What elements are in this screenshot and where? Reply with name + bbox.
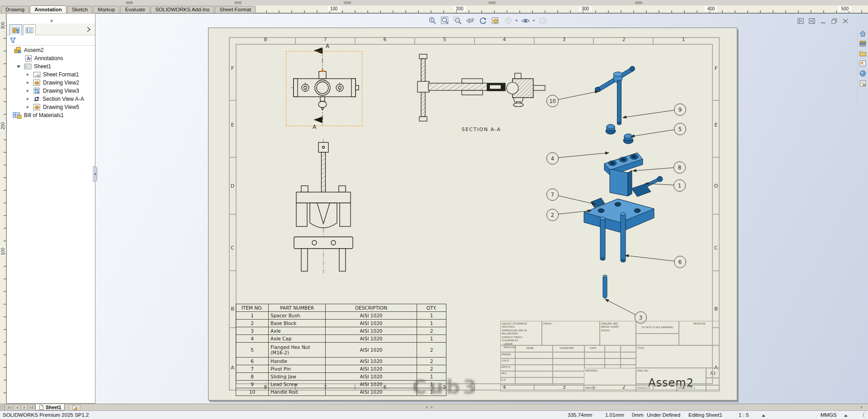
appearances-sphere-icon[interactable] <box>859 70 867 77</box>
panel-tab-bar <box>7 24 95 35</box>
tree-item-annotations[interactable]: A Annotations <box>7 54 95 62</box>
expander-collapsed-icon[interactable] <box>27 106 29 108</box>
bom-cell: 5 <box>236 343 269 358</box>
minimize-icon[interactable] <box>820 18 826 24</box>
restore-icon[interactable] <box>831 18 838 24</box>
first-sheet-button[interactable] <box>6 405 13 410</box>
balloon[interactable]: 7 <box>546 188 559 201</box>
bom-cell: Base Block <box>269 320 326 327</box>
bom-cell: Spacer Bush <box>269 312 326 320</box>
solidworks-resources-icon[interactable] <box>859 30 867 38</box>
tree-filter-row[interactable] <box>7 36 95 46</box>
tree-item-bill-of-materials[interactable]: Bill of Materials1 <box>7 111 95 119</box>
scroll-right-icon[interactable] <box>431 406 433 409</box>
balloon[interactable]: 2 <box>546 209 559 221</box>
tree-item-drawing-view3[interactable]: Drawing View3 <box>7 87 95 95</box>
hide-show-items-caret-icon[interactable] <box>532 20 535 22</box>
ruler-label: 200 <box>0 121 5 131</box>
expander-collapsed-icon[interactable] <box>27 98 29 100</box>
bom-row[interactable]: 7Pivot PinAISI 10202 <box>236 365 446 373</box>
tab-sheet-format[interactable]: Sheet Format <box>215 6 256 13</box>
previous-sheet-button[interactable] <box>14 405 20 410</box>
bom-row[interactable]: 6HandleAISI 10202 <box>236 358 446 365</box>
scroll-left-icon[interactable] <box>426 406 427 409</box>
3d-drawing-view-icon[interactable] <box>491 16 501 26</box>
pane-splitter-grip[interactable] <box>0 405 5 410</box>
tree-item-assembly[interactable]: Assem2 <box>7 46 95 54</box>
annotations-icon: A <box>25 55 32 62</box>
balloon[interactable]: 10 <box>546 95 559 107</box>
sheet-scale-button[interactable]: 1 : 5 <box>739 412 749 418</box>
tab-solidworks-add-ins[interactable]: SOLIDWORKS Add-Ins <box>151 6 214 13</box>
drawing-sheet[interactable]: 8 7 6 5 4 3 2 1 8 7 6 5 4 3 2 1 F E D C … <box>208 28 737 400</box>
bom-row[interactable]: 1Spacer BushAISI 10201 <box>236 312 446 320</box>
design-library-icon[interactable] <box>859 40 867 47</box>
title-block[interactable]: UNLESS OTHERWISE SPECIFIED: DIMENSIONS A… <box>500 321 720 392</box>
titleblock-name-label: NAME <box>526 347 534 349</box>
tab-evaluate[interactable]: Evaluate <box>120 6 150 13</box>
tree-item-sheet1[interactable]: Sheet1 <box>7 62 95 71</box>
units-button[interactable]: MMGS <box>821 412 837 418</box>
zoom-in-out-icon[interactable] <box>427 16 437 26</box>
last-sheet-button[interactable] <box>28 405 35 410</box>
expander-expanded-icon[interactable] <box>17 66 20 68</box>
rotate-view-icon[interactable] <box>478 16 488 26</box>
balloon[interactable]: 1 <box>674 179 686 192</box>
view-orientation-icon[interactable] <box>503 16 513 26</box>
tab-drawing[interactable]: Drawing <box>1 6 29 13</box>
file-explorer-icon[interactable] <box>859 50 867 57</box>
close-icon[interactable] <box>842 18 849 24</box>
panel-collapse-handle[interactable] <box>93 166 97 182</box>
add-sheet-tab[interactable] <box>69 405 81 410</box>
zoom-to-area-icon[interactable] <box>453 16 463 26</box>
scale-dropdown-caret-icon[interactable] <box>762 414 765 417</box>
show-right-pane-icon[interactable] <box>809 18 816 24</box>
tab-markup[interactable]: Markup <box>93 6 119 13</box>
panel-splitter-dot[interactable] <box>50 19 53 22</box>
previous-view-icon[interactable] <box>465 16 475 26</box>
titleblock-tolerance-cell: UNLESS OTHERWISE SPECIFIED: DIMENSIONS A… <box>500 321 542 345</box>
expand-right-icon[interactable] <box>861 406 863 409</box>
feature-manager-tab[interactable] <box>9 24 22 35</box>
command-manager-tabs: Drawing Annotation Sketch Markup Evaluat… <box>1 5 256 13</box>
zoom-to-fit-icon[interactable] <box>440 16 450 26</box>
tab-sketch[interactable]: Sketch <box>67 6 92 13</box>
expander-collapsed-icon[interactable] <box>27 73 29 76</box>
zone-letter: C <box>228 245 237 251</box>
view-orientation-caret-icon[interactable] <box>515 20 518 22</box>
svg-text:A: A <box>27 56 30 61</box>
heads-up-toolbar <box>427 15 548 27</box>
bom-cell: AISI 1020 <box>326 312 417 320</box>
tree-item-sheet-format1[interactable]: Sheet Format1 <box>7 71 95 79</box>
view-palette-icon[interactable] <box>859 60 867 67</box>
sheet1-tab[interactable]: Sheet1 <box>35 404 65 410</box>
show-left-pane-icon[interactable] <box>797 18 804 24</box>
hide-show-items-icon[interactable] <box>521 16 531 26</box>
expander-collapsed-icon[interactable] <box>27 89 29 92</box>
tree-item-drawing-view2[interactable]: Drawing View2 <box>7 79 95 87</box>
bom-row[interactable]: 2Base BlockAISI 10201 <box>236 320 446 327</box>
display-pane-tab[interactable] <box>23 24 36 35</box>
ruler-ticks <box>4 14 6 404</box>
bom-row[interactable]: 3AxleAISI 10202 <box>236 327 446 335</box>
expander-collapsed-icon[interactable] <box>27 81 29 84</box>
balloon[interactable]: 6 <box>674 256 686 268</box>
balloon[interactable]: 5 <box>674 123 686 135</box>
custom-properties-icon[interactable] <box>859 80 867 87</box>
appearances-icon[interactable] <box>538 16 548 26</box>
tree-item-section-view-a-a[interactable]: Section View A-A <box>7 95 95 103</box>
drawing-view-selection-box[interactable] <box>286 51 362 126</box>
tree-item-drawing-view5[interactable]: Drawing View5 <box>7 103 95 111</box>
next-sheet-button[interactable] <box>21 405 28 410</box>
bom-row[interactable]: 4Axle CapAISI 10201 <box>236 335 446 343</box>
status-x-coordinate: 335.74mm <box>568 412 592 418</box>
units-dropdown-caret-icon[interactable] <box>844 414 848 417</box>
graphics-area[interactable]: 8 7 6 5 4 3 2 1 8 7 6 5 4 3 2 1 F E D C … <box>95 13 868 404</box>
balloon[interactable]: 9 <box>674 104 686 116</box>
panel-flyout-chevron-icon[interactable] <box>86 26 91 33</box>
tab-annotation[interactable]: Annotation <box>30 5 66 13</box>
balloon[interactable]: 8 <box>674 161 686 174</box>
balloon[interactable]: 4 <box>546 152 559 165</box>
bom-cell: 1 <box>417 312 446 320</box>
bom-row[interactable]: 5Flanged Hex Nut (M16-2)AISI 10202 <box>236 343 446 358</box>
